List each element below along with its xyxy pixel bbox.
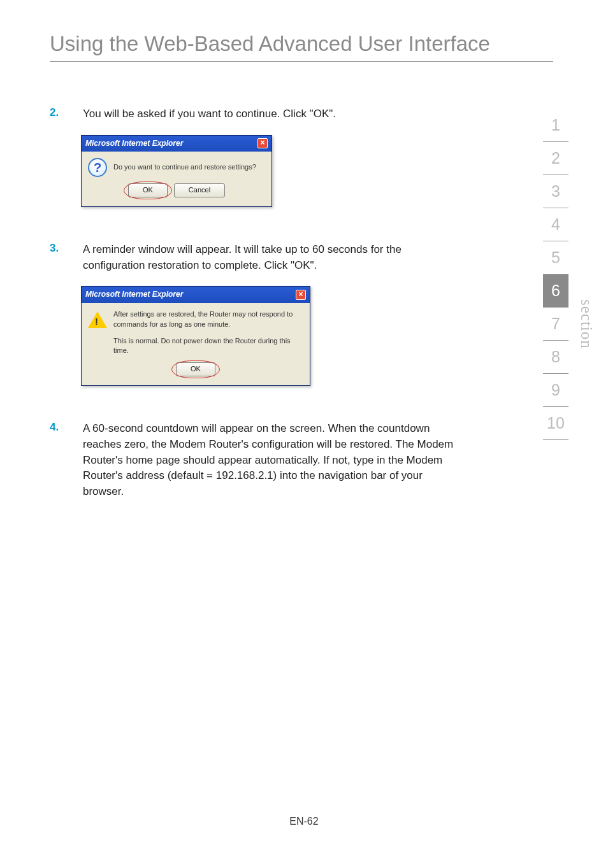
- dialog-message-row: After settings are restored, the Router …: [88, 309, 303, 330]
- step-2: 2. You will be asked if you want to cont…: [50, 106, 459, 207]
- dialog-message-1: After settings are restored, the Router …: [113, 309, 303, 330]
- step-text: A 60-second countdown will appear on the…: [83, 421, 459, 499]
- close-icon[interactable]: ×: [257, 138, 268, 148]
- nav-item-6[interactable]: 6: [543, 274, 568, 308]
- nav-item-9[interactable]: 9: [543, 374, 568, 407]
- step-number: 4.: [50, 421, 83, 499]
- dialog-titlebar: Microsoft Internet Explorer ×: [82, 287, 310, 302]
- nav-item-1[interactable]: 1: [543, 109, 568, 142]
- dialog-body: After settings are restored, the Router …: [82, 303, 310, 386]
- dialog-message-row: ? Do you want to continue and restore se…: [88, 158, 265, 177]
- dialog-message: Do you want to continue and restore sett…: [113, 162, 256, 173]
- dialog-body: ? Do you want to continue and restore se…: [82, 152, 271, 206]
- step-4: 4. A 60-second countdown will appear on …: [50, 421, 459, 499]
- nav-item-5[interactable]: 5: [543, 241, 568, 274]
- dialog-confirm-restore: Microsoft Internet Explorer × ? Do you w…: [81, 135, 272, 207]
- ok-button[interactable]: OK: [176, 362, 215, 376]
- step-body: A 60-second countdown will appear on the…: [83, 421, 459, 499]
- dialog-title-text: Microsoft Internet Explorer: [85, 138, 183, 149]
- close-icon[interactable]: ×: [296, 290, 306, 300]
- step-number: 3.: [50, 242, 83, 386]
- dialog-titlebar: Microsoft Internet Explorer ×: [82, 136, 271, 152]
- step-text: You will be asked if you want to continu…: [83, 106, 336, 122]
- cancel-button[interactable]: Cancel: [174, 183, 225, 197]
- warning-icon: [88, 310, 107, 329]
- nav-item-2[interactable]: 2: [543, 142, 568, 175]
- step-number: 2.: [50, 106, 83, 207]
- question-icon: ?: [88, 158, 107, 177]
- page-title: Using the Web-Based Advanced User Interf…: [50, 0, 553, 62]
- ok-button[interactable]: OK: [128, 183, 168, 197]
- nav-item-8[interactable]: 8: [543, 341, 568, 374]
- nav-item-3[interactable]: 3: [543, 175, 568, 208]
- dialog-title-text: Microsoft Internet Explorer: [85, 289, 183, 300]
- dialog-reminder: Microsoft Internet Explorer × After sett…: [81, 286, 310, 386]
- section-label: section: [577, 299, 595, 349]
- dialog-buttons: OK: [88, 362, 303, 376]
- section-nav: 1 2 3 4 5 6 7 8 9 10: [543, 109, 568, 440]
- dialog-buttons: OK Cancel: [88, 183, 265, 197]
- dialog-message-2: This is normal. Do not power down the Ro…: [113, 336, 303, 357]
- step-body: A reminder window will appear. It will t…: [83, 242, 459, 386]
- step-text: A reminder window will appear. It will t…: [83, 242, 459, 273]
- step-3: 3. A reminder window will appear. It wil…: [50, 242, 459, 386]
- nav-item-10[interactable]: 10: [543, 407, 568, 440]
- content-area: 2. You will be asked if you want to cont…: [0, 62, 459, 500]
- nav-item-7[interactable]: 7: [543, 308, 568, 341]
- nav-item-4[interactable]: 4: [543, 208, 568, 241]
- page-number: EN-62: [0, 816, 608, 827]
- step-body: You will be asked if you want to continu…: [83, 106, 336, 207]
